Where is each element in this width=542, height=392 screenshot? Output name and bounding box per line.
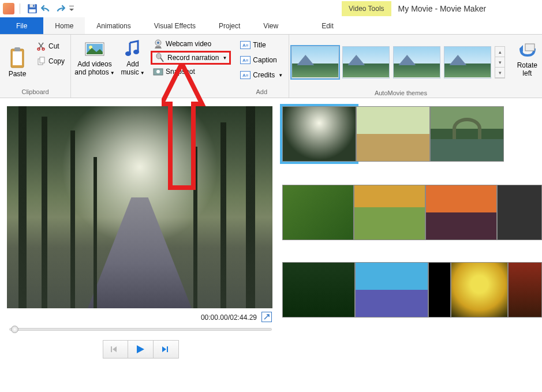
tab-edit[interactable]: Edit (310, 17, 345, 34)
theme-scroll: ▴ ▾ ▾ (495, 46, 505, 79)
ribbon: Paste Cut Copy Clipboard (0, 35, 542, 98)
webcam-video-button[interactable]: Webcam video (151, 37, 231, 51)
clip-9[interactable] (355, 262, 428, 318)
svg-rect-2 (33, 5, 34, 6)
theme-thumb-3[interactable] (393, 46, 440, 79)
group-text: A= Title A= Caption A= Credits ▼ Add (234, 35, 289, 98)
add-music-button[interactable]: Add music▼ (118, 37, 147, 96)
preview-video (7, 106, 272, 308)
clip-2[interactable] (356, 106, 430, 162)
snapshot-button[interactable]: Snapshot (151, 65, 231, 79)
chevron-down-icon: ▼ (222, 55, 227, 61)
seek-slider[interactable] (9, 328, 272, 331)
clip-8[interactable] (282, 262, 355, 318)
clip-3[interactable] (430, 106, 504, 162)
svg-rect-25 (167, 346, 168, 352)
theme-scroll-up[interactable]: ▴ (495, 47, 504, 57)
theme-thumb-2[interactable] (342, 46, 390, 79)
clip-11[interactable] (508, 262, 542, 318)
svg-rect-4 (69, 6, 74, 6)
record-narration-button[interactable]: Record narration ▼ (151, 51, 231, 65)
tab-view[interactable]: View (252, 17, 290, 34)
group-label-themes: AutoMovie themes (291, 87, 510, 96)
clipboard-icon (8, 47, 27, 69)
window-title: My Movie - Movie Maker (391, 1, 493, 17)
clip-6[interactable] (425, 185, 497, 240)
group-clipboard: Paste Cut Copy Clipboard (0, 35, 71, 98)
title-bar: Video Tools My Movie - Movie Maker (0, 0, 542, 17)
seek-thumb[interactable] (11, 326, 18, 333)
chevron-down-icon: ▼ (278, 73, 283, 78)
clip-7[interactable] (497, 185, 542, 240)
record-narration-label: Record narration (167, 54, 219, 62)
credits-icon: A= (240, 71, 251, 79)
svg-point-18 (157, 42, 159, 44)
caption-button[interactable]: A= Caption (238, 53, 285, 67)
rotate-left-button[interactable]: Rotate left (513, 35, 542, 98)
rotate-left-label: Rotate left (517, 61, 537, 78)
step-forward-icon (160, 345, 171, 353)
svg-rect-24 (111, 346, 112, 352)
expand-icon (263, 313, 270, 320)
clip-5[interactable] (354, 185, 425, 240)
title-icon: A= (240, 41, 251, 49)
step-forward-button[interactable] (154, 340, 179, 359)
music-note-icon (123, 39, 143, 59)
paste-label: Paste (9, 70, 27, 78)
webcam-label: Webcam video (166, 40, 211, 48)
tab-project[interactable]: Project (207, 17, 252, 34)
snapshot-icon (153, 66, 163, 77)
svg-rect-23 (525, 44, 534, 51)
svg-rect-6 (13, 51, 22, 65)
undo-icon[interactable] (41, 3, 51, 14)
theme-scroll-down[interactable]: ▾ (495, 57, 504, 68)
microphone-icon (155, 53, 165, 63)
main-area: 00:00.00/02:44.29 (0, 98, 542, 392)
cut-button[interactable]: Cut (35, 40, 67, 52)
qat-more-icon[interactable] (69, 3, 74, 14)
redo-icon[interactable] (55, 3, 65, 14)
storyboard-pane (280, 98, 542, 392)
clip-10[interactable] (451, 262, 508, 318)
cut-label: Cut (48, 42, 59, 50)
title-button[interactable]: A= Title (238, 38, 285, 52)
copy-icon (37, 57, 46, 66)
svg-point-22 (156, 70, 160, 73)
step-back-icon (110, 345, 121, 353)
group-label-clipboard: Clipboard (3, 87, 67, 96)
clip-gap[interactable] (428, 262, 451, 318)
tab-animations[interactable]: Animations (85, 17, 142, 34)
svg-rect-11 (40, 57, 44, 63)
group-automovie-themes: ▴ ▾ ▾ AutoMovie themes (289, 35, 512, 98)
time-display: 00:00.00/02:44.29 (201, 313, 257, 322)
svg-rect-7 (14, 47, 20, 51)
step-back-button[interactable] (103, 340, 128, 359)
scissors-icon (37, 42, 46, 51)
qat-divider (20, 3, 20, 14)
group-record: Webcam video Record narration ▼ Snapshot (151, 35, 234, 98)
tab-visual-effects[interactable]: Visual Effects (143, 17, 207, 34)
caption-label: Caption (253, 56, 276, 64)
theme-thumb-1[interactable] (291, 46, 339, 79)
theme-scroll-more[interactable]: ▾ (495, 68, 504, 78)
preview-pane: 00:00.00/02:44.29 (0, 98, 280, 392)
save-icon[interactable] (27, 3, 38, 14)
svg-rect-3 (29, 9, 35, 13)
clip-1[interactable] (282, 106, 356, 162)
chevron-down-icon: ▼ (140, 70, 145, 76)
play-icon (135, 345, 145, 354)
tab-file[interactable]: File (0, 17, 43, 34)
clip-4[interactable] (282, 185, 354, 240)
playback-controls (7, 334, 274, 364)
tab-home[interactable]: Home (43, 17, 85, 34)
paste-button[interactable]: Paste (3, 37, 31, 87)
copy-button[interactable]: Copy (35, 55, 67, 67)
credits-label: Credits (253, 71, 275, 79)
credits-button[interactable]: A= Credits ▼ (238, 68, 285, 82)
add-videos-photos-button[interactable]: Add videos and photos▼ (74, 37, 115, 96)
photo-icon (85, 39, 104, 59)
play-button[interactable] (128, 340, 154, 359)
theme-thumb-4[interactable] (444, 46, 491, 79)
snapshot-label: Snapshot (166, 68, 195, 76)
expand-preview-button[interactable] (261, 312, 272, 322)
